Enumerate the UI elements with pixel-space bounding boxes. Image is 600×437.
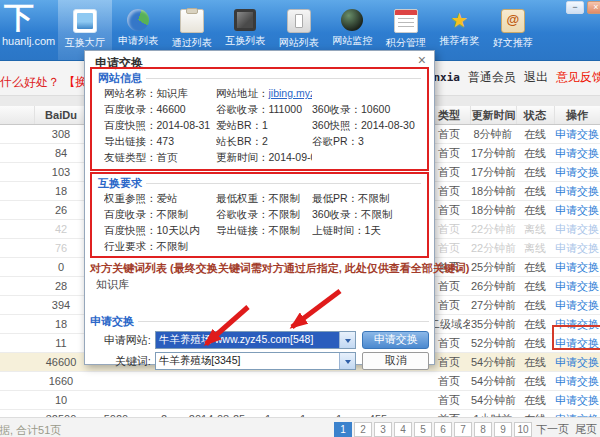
apply-exchange-link[interactable]: 申请交换 bbox=[555, 128, 599, 140]
field: 谷歌收录：111000 bbox=[216, 101, 312, 117]
apply-exchange-dialog: 申请交换 × 网站信息 网站名称：知识库网站地址：jibing.myzx.cn百… bbox=[84, 50, 435, 365]
page-button[interactable]: 5 bbox=[414, 422, 432, 437]
field: 360收录：不限制 bbox=[312, 206, 421, 222]
chevron-down-icon[interactable] bbox=[339, 332, 355, 348]
apply-exchange-link[interactable]: 申请交换 bbox=[555, 394, 599, 406]
pie-icon bbox=[127, 9, 149, 31]
table-row: 1660首页54分钟前在线申请交换 bbox=[0, 372, 600, 391]
site-info-section: 网站信息 网站名称：知识库网站地址：jibing.myzx.cn百度收录：466… bbox=[90, 67, 429, 171]
apply-exchange-link[interactable]: 申请交换 bbox=[555, 223, 599, 235]
toolbar-item-label: 网站列表 bbox=[272, 36, 326, 50]
field: 360收录：10600 bbox=[312, 101, 421, 117]
dialog-close-icon[interactable]: × bbox=[418, 53, 426, 67]
page-button[interactable]: 8 bbox=[474, 422, 492, 437]
toolbar-item-label: 好文推荐 bbox=[486, 36, 540, 50]
keywords-section: 对方关键词列表 (最终交换关键词需对方通过后指定, 此处仅供查看全部关键词) 知… bbox=[90, 261, 429, 305]
field: 谷歌PR：3 bbox=[312, 133, 421, 149]
apply-exchange-link[interactable]: 申请交换 bbox=[555, 299, 599, 311]
apply-exchange-link[interactable]: 申请交换 bbox=[555, 185, 599, 197]
exchange-require-title: 互换要求 bbox=[98, 176, 142, 191]
clipboard-icon bbox=[180, 9, 204, 33]
column-header: 操作 bbox=[554, 106, 600, 125]
gallery-icon bbox=[73, 9, 97, 33]
apply-exchange-link[interactable]: 申请交换 bbox=[555, 375, 599, 387]
keywords-content: 知识库 bbox=[90, 277, 429, 292]
toolbar-item-label: 通过列表 bbox=[165, 36, 219, 50]
toolbar-item-label: 互换列表 bbox=[219, 34, 273, 48]
at-book-icon: @ bbox=[501, 9, 525, 33]
field: 网站名称：知识库 bbox=[104, 85, 216, 101]
toolbar-item-label: 推荐有奖 bbox=[433, 34, 487, 48]
chevron-down-icon[interactable] bbox=[339, 353, 355, 369]
field: 360快照：2014-08-30 bbox=[312, 117, 421, 133]
apply-exchange-link[interactable]: 申请交换 bbox=[555, 204, 599, 216]
page-button[interactable]: 6 bbox=[434, 422, 452, 437]
star-icon: ★ bbox=[448, 9, 470, 31]
apply-exchange-link[interactable]: 申请交换 bbox=[555, 147, 599, 159]
apply-section: 申请交换 申请网站: 牛羊养殖场-www.zyz45.com[548] 申请交换… bbox=[90, 314, 429, 360]
apply-exchange-button[interactable]: 申请交换 bbox=[362, 331, 429, 349]
page-buttons: 12345678910 bbox=[334, 422, 532, 437]
field: 百度收录：不限制 bbox=[104, 206, 216, 222]
next-page-button[interactable]: 下一页 bbox=[534, 422, 571, 437]
annotation-highlight-box bbox=[552, 325, 600, 350]
page-button[interactable]: 10 bbox=[514, 422, 532, 437]
field: 百度快照：10天以内 bbox=[104, 222, 216, 238]
apply-exchange-link[interactable]: 申请交换 bbox=[555, 242, 599, 254]
field: 导出链接：473 bbox=[104, 133, 216, 149]
close-window-icon[interactable]: × bbox=[587, 1, 600, 14]
calendar-icon bbox=[394, 9, 418, 33]
apply-site-select[interactable]: 牛羊养殖场-www.zyz45.com[548] bbox=[155, 331, 357, 349]
feedback-link[interactable]: 意见反馈 bbox=[556, 69, 600, 86]
membership-level: 普通会员 bbox=[468, 69, 516, 86]
page-button[interactable]: 4 bbox=[394, 422, 412, 437]
page-button[interactable]: 9 bbox=[494, 422, 512, 437]
toolbar-item-referral-reward[interactable]: ★推荐有奖 bbox=[433, 0, 487, 60]
cancel-button[interactable]: 取消 bbox=[362, 352, 429, 370]
apply-site-label: 申请网站: bbox=[92, 333, 155, 348]
column-header: 更新时间 bbox=[470, 106, 516, 125]
window-controls: − × bbox=[566, 1, 600, 14]
logout-link[interactable]: 退出 bbox=[524, 69, 548, 86]
minimize-icon[interactable]: − bbox=[566, 1, 584, 14]
toolbar-item-label: 申请列表 bbox=[112, 34, 166, 48]
site-url-link[interactable]: jibing.myzx.cn bbox=[269, 87, 313, 99]
toolbar-item-label: 互换大厅 bbox=[58, 36, 112, 50]
toolbar-item-label: 网站监控 bbox=[326, 34, 380, 48]
exchange-require-section: 互换要求 权重参照：爱站最低权重：不限制最低PR：不限制百度收录：不限制谷歌收录… bbox=[90, 172, 429, 258]
keyword-select[interactable]: 牛羊养殖场[3345] bbox=[155, 352, 357, 370]
column-header bbox=[0, 106, 34, 125]
field: 权重参照：爱站 bbox=[104, 190, 216, 206]
page-button[interactable]: 3 bbox=[374, 422, 392, 437]
field: 谷歌收录：不限制 bbox=[216, 206, 312, 222]
page-button[interactable]: 2 bbox=[354, 422, 372, 437]
apply-exchange-link[interactable]: 申请交换 bbox=[555, 356, 599, 368]
screen-icon bbox=[234, 9, 256, 31]
field: 更新时间：2014-09-01 bbox=[216, 149, 312, 165]
column-header: 状态 bbox=[516, 106, 554, 125]
page-button[interactable]: 1 bbox=[334, 422, 352, 437]
toolbar-item-label: 积分管理 bbox=[379, 36, 433, 50]
monitor-icon bbox=[341, 9, 363, 31]
keyword-label: 关键词: bbox=[92, 354, 155, 369]
apply-exchange-link[interactable]: 申请交换 bbox=[555, 280, 599, 292]
table-row: 10首页54分钟前在线申请交换 bbox=[0, 391, 600, 410]
field: 站长BR：2 bbox=[216, 133, 312, 149]
field: 网站地址：jibing.myzx.cn bbox=[216, 85, 312, 101]
field: 上链时间：1天 bbox=[312, 222, 421, 238]
require-grid: 权重参照：爱站最低权重：不限制最低PR：不限制百度收录：不限制谷歌收录：不限制3… bbox=[98, 190, 421, 254]
app-window: 下 huanlj.com 互换大厅申请列表通过列表互换列表网站列表网站监控积分管… bbox=[0, 0, 600, 437]
pager: 12345678910 下一页 尾页 跳转 bbox=[334, 421, 600, 437]
field: 百度收录：46600 bbox=[104, 101, 216, 117]
last-page-button[interactable]: 尾页 bbox=[573, 422, 599, 437]
info-grid: 网站名称：知识库网站地址：jibing.myzx.cn百度收录：46600谷歌收… bbox=[98, 85, 421, 165]
pagination-bar: 数据, 合计51页 12345678910 下一页 尾页 跳转 bbox=[0, 417, 600, 437]
switch-icon bbox=[287, 9, 311, 33]
keywords-title: 对方关键词列表 (最终交换关键词需对方通过后指定, 此处仅供查看全部关键词) bbox=[90, 261, 470, 276]
page-button[interactable]: 7 bbox=[454, 422, 472, 437]
apply-exchange-link[interactable]: 申请交换 bbox=[555, 166, 599, 178]
apply-exchange-link[interactable]: 申请交换 bbox=[555, 261, 599, 273]
toolbar-item-article-recommend[interactable]: @好文推荐 bbox=[486, 0, 540, 60]
field: 最低PR：不限制 bbox=[312, 190, 421, 206]
site-info-title: 网站信息 bbox=[98, 71, 142, 86]
